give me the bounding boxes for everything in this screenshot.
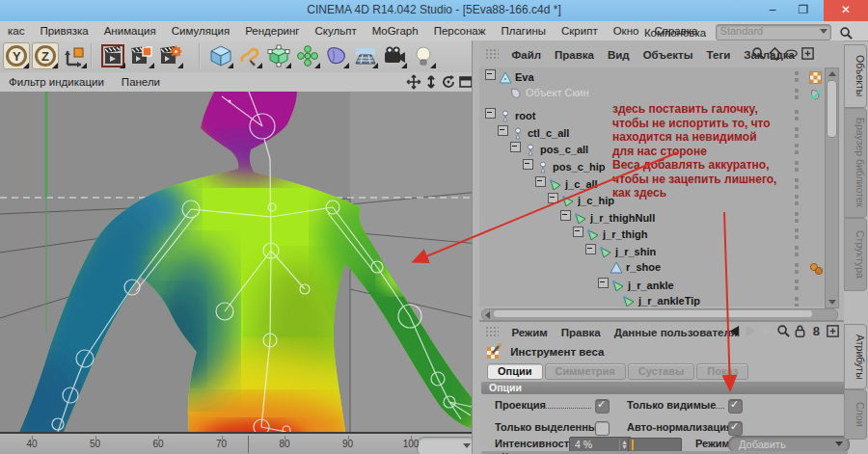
render-view-icon[interactable] <box>99 42 126 69</box>
tree-item-pos_c_all[interactable]: pos_c_all <box>510 142 588 159</box>
menu-item-8[interactable]: Персонаж <box>426 22 494 40</box>
deformer-icon[interactable] <box>323 42 350 69</box>
visibility-dot[interactable] <box>795 280 799 283</box>
side-tab-2[interactable]: Браузер библиотек <box>844 108 867 218</box>
checkbox-3[interactable] <box>595 421 610 436</box>
collapse-icon[interactable] <box>598 278 609 288</box>
menu-item-4[interactable]: Симуляция <box>164 22 237 40</box>
forward2-icon[interactable] <box>760 324 774 338</box>
back-icon[interactable] <box>727 324 742 338</box>
tree-item-j_c_all[interactable]: j_c_all <box>535 176 598 194</box>
checkbox-2[interactable] <box>728 399 743 414</box>
timeline-ruler[interactable]: 405060708090100 <box>0 432 479 454</box>
om-menu-4[interactable]: Объекты <box>637 46 700 64</box>
tree-item-j_r_thighNull[interactable]: j_r_thighNull <box>560 210 655 227</box>
checkbox-1[interactable] <box>595 399 610 414</box>
render-settings-icon[interactable] <box>157 42 184 69</box>
tree-item-j_c_hip[interactable]: j_c_hip <box>548 193 614 210</box>
add-icon[interactable] <box>800 46 815 61</box>
side-tab-3[interactable]: Структура <box>844 218 867 291</box>
viewport-3d[interactable] <box>0 92 479 432</box>
visibility-dot[interactable] <box>795 78 799 82</box>
am-menu-2[interactable]: Правка <box>555 324 608 341</box>
side-tab-bottom-2[interactable]: Слои <box>844 389 867 440</box>
search-icon[interactable] <box>751 46 766 61</box>
om-menu-1[interactable]: Файл <box>504 46 548 64</box>
maximize-button[interactable]: ❐ <box>789 0 818 21</box>
slider-handle[interactable] <box>632 440 634 450</box>
forward-icon[interactable] <box>744 324 758 338</box>
tab-4[interactable]: Показ <box>696 363 748 380</box>
scroll-thumb[interactable] <box>494 310 812 317</box>
collapse-icon[interactable] <box>585 244 596 254</box>
om-menu-3[interactable]: Вид <box>601 46 637 64</box>
tab-2[interactable]: Симметрия <box>545 363 626 380</box>
menu-item-9[interactable]: Плагины <box>493 22 554 40</box>
visibility-dot[interactable] <box>795 304 799 307</box>
visibility-dot[interactable] <box>795 71 799 75</box>
collapse-icon[interactable] <box>485 108 496 119</box>
material-tags-icon[interactable] <box>809 262 825 279</box>
menu-item-5[interactable]: Рендеринг <box>237 22 307 40</box>
tree-item-j_r_ankle[interactable]: j_r_ankle <box>598 278 674 295</box>
menu-item-7[interactable]: MoGraph <box>365 22 426 40</box>
generator-cube-icon[interactable] <box>265 42 292 69</box>
array-modifier-icon[interactable] <box>294 42 321 69</box>
pan-icon[interactable] <box>406 74 421 90</box>
scroll-down-icon[interactable] <box>828 300 836 305</box>
search-icon[interactable] <box>839 26 854 41</box>
tab-1[interactable]: Опции <box>487 363 543 380</box>
visibility-dot[interactable] <box>795 219 799 223</box>
visibility-dot[interactable] <box>795 212 799 216</box>
collapse-icon[interactable] <box>485 69 496 80</box>
viewport-menu-2[interactable]: Панели <box>113 73 169 91</box>
visibility-dot[interactable] <box>795 235 799 239</box>
visibility-dot[interactable] <box>795 253 799 256</box>
zoom-view-icon[interactable] <box>423 74 439 90</box>
eye-icon[interactable] <box>784 46 799 61</box>
z-axis-lock-icon[interactable]: Z <box>32 42 59 69</box>
side-tab-bottom-1[interactable]: Атрибуты <box>844 324 867 389</box>
viewport-menu-1[interactable]: Фильтр индикации <box>0 73 113 91</box>
collapse-icon[interactable] <box>548 193 558 203</box>
visibility-dot[interactable] <box>795 228 799 232</box>
visibility-dot[interactable] <box>795 297 799 301</box>
tag-icons[interactable] <box>809 262 825 278</box>
tree-item-Eva[interactable]: Eva <box>485 69 534 87</box>
camera-icon[interactable] <box>381 42 408 69</box>
tree-item-r_shoe[interactable]: r_shoe <box>598 261 661 279</box>
coordinate-system-icon[interactable] <box>61 42 88 69</box>
visibility-dot[interactable] <box>795 270 799 274</box>
rotate-view-icon[interactable] <box>441 74 456 90</box>
visibility-dot[interactable] <box>795 201 799 205</box>
menu-item-3[interactable]: Анимация <box>96 22 164 40</box>
close-button[interactable]: ✕ <box>824 0 868 21</box>
visibility-dot[interactable] <box>795 95 799 99</box>
tree-item-Объект Скин[interactable]: Объект Скин <box>498 87 589 104</box>
side-tab-1[interactable]: Объекты <box>844 44 867 108</box>
collapse-icon[interactable] <box>523 159 533 170</box>
tree-item-j_r_ankleTip[interactable]: j_r_ankleTip <box>610 295 700 307</box>
light-icon[interactable] <box>410 42 437 69</box>
lock-icon[interactable] <box>793 324 807 338</box>
menu-item-10[interactable]: Скрипт <box>554 22 606 40</box>
intensity-slider[interactable] <box>628 438 682 452</box>
tag-icons[interactable] <box>809 88 822 103</box>
layout-dropdown[interactable]: Standard <box>716 24 831 40</box>
tree-item-j_r_shin[interactable]: j_r_shin <box>585 244 656 261</box>
tree-item-ctl_c_all[interactable]: ctl_c_all <box>498 125 569 143</box>
collapse-icon[interactable] <box>510 142 521 152</box>
am-menu-1[interactable]: Режим <box>504 324 554 341</box>
menu-item-11[interactable]: Окно <box>606 22 647 40</box>
tree-item-pos_c_hip[interactable]: pos_c_hip <box>523 159 605 176</box>
menu-item-2[interactable]: Привязка <box>32 22 95 40</box>
link8-icon[interactable]: 8 <box>809 324 824 338</box>
render-region-icon[interactable] <box>128 42 155 69</box>
collapse-icon[interactable] <box>573 227 583 237</box>
panel-grip-icon[interactable] <box>485 326 499 337</box>
collapse-icon[interactable] <box>535 176 546 187</box>
visibility-dot[interactable] <box>795 286 799 290</box>
add-cube-icon[interactable] <box>207 42 234 69</box>
om-menu-5[interactable]: Теги <box>700 46 738 64</box>
visibility-dot[interactable] <box>795 263 799 267</box>
